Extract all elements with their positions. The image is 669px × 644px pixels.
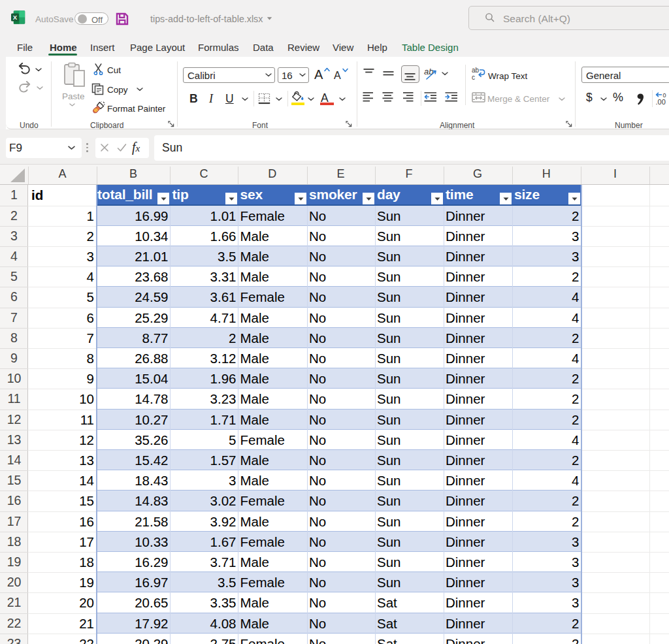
svg-text:.00: .00 bbox=[656, 98, 666, 105]
svg-text:c: c bbox=[472, 74, 475, 81]
svg-text:X: X bbox=[13, 14, 18, 21]
svg-text:ab: ab bbox=[472, 67, 480, 74]
